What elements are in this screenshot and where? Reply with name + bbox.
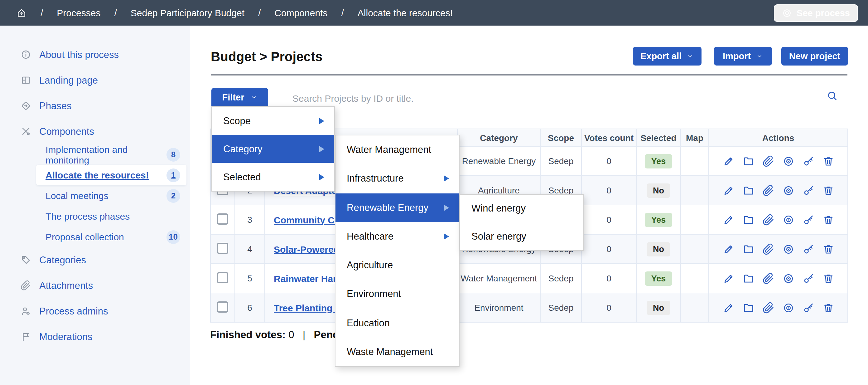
key-icon[interactable]: [802, 302, 814, 314]
export-all-button[interactable]: Export all: [633, 47, 702, 65]
subcategory-item-solar-energy[interactable]: Solar energy: [460, 223, 583, 250]
category-item-infrastructure[interactable]: Infrastructure: [336, 165, 459, 194]
project-map: [681, 146, 709, 176]
sidebar-item-about[interactable]: About this process: [0, 42, 190, 67]
paperclip-icon[interactable]: [762, 155, 774, 167]
category-item-education[interactable]: Education: [336, 308, 459, 337]
submenu-arrow-icon: [444, 176, 449, 182]
search-icon[interactable]: [826, 90, 838, 102]
preview-icon[interactable]: [782, 272, 794, 284]
sidebar-item-process-phases[interactable]: The process phases: [36, 206, 186, 227]
category-item-waste-management[interactable]: Waste Management: [336, 337, 459, 366]
key-icon[interactable]: [802, 155, 814, 167]
project-title-link[interactable]: Tree Planting fo: [274, 302, 344, 313]
project-title-link[interactable]: Rainwater Harv: [274, 273, 342, 284]
breadcrumb-processes[interactable]: Processes: [57, 7, 100, 18]
paperclip-icon[interactable]: [762, 302, 774, 314]
home-icon[interactable]: [16, 7, 27, 18]
breadcrumb-separator: /: [258, 7, 261, 18]
row-checkbox[interactable]: [217, 242, 228, 254]
category-item-agriculture[interactable]: Agriculture: [336, 251, 459, 280]
topbar: / Processes / Sedep Participatory Budget…: [0, 0, 868, 26]
breadcrumb-process-name[interactable]: Sedep Participatory Budget: [131, 7, 244, 18]
trash-icon[interactable]: [822, 214, 834, 226]
menu-item-label: Waste Management: [347, 346, 433, 358]
paperclip-icon[interactable]: [762, 184, 774, 196]
row-checkbox[interactable]: [217, 301, 228, 312]
pencil-icon[interactable]: [722, 243, 734, 255]
eye-icon: [782, 8, 792, 18]
sidebar-item-moderations[interactable]: Moderations: [0, 324, 190, 349]
sidebar-item-implementation-monitoring[interactable]: Implementation and monitoring 8: [36, 144, 186, 165]
sidebar-item-phases[interactable]: Phases: [0, 93, 190, 119]
preview-icon[interactable]: [782, 155, 794, 167]
filter-button[interactable]: Filter: [211, 88, 268, 106]
search-input[interactable]: [291, 90, 680, 106]
project-votes-count: 0: [582, 205, 637, 234]
flag-icon: [21, 331, 31, 342]
sidebar-item-landing-page[interactable]: Landing page: [0, 67, 190, 93]
preview-icon[interactable]: [782, 214, 794, 226]
sidebar-subitem-label: Implementation and monitoring: [45, 144, 166, 165]
sidebar-item-categories[interactable]: Categories: [0, 247, 190, 273]
menu-item-label: Environment: [347, 289, 401, 300]
paperclip-icon[interactable]: [762, 243, 774, 255]
filter-menu-item-scope[interactable]: Scope: [212, 107, 334, 135]
row-checkbox[interactable]: [217, 272, 228, 283]
category-item-healthcare[interactable]: Healthcare: [336, 222, 459, 251]
pencil-icon[interactable]: [722, 155, 734, 167]
selected-badge: No: [647, 183, 670, 198]
app-window: / Processes / Sedep Participatory Budget…: [0, 0, 868, 385]
menu-item-label: Infrastructure: [347, 173, 404, 184]
breadcrumb-current-component[interactable]: Allocate the resources!: [358, 7, 453, 18]
subcategory-item-wind-energy[interactable]: Wind energy: [460, 195, 583, 223]
menu-item-label: Healthcare: [347, 231, 394, 242]
sidebar-item-proposal-collection[interactable]: Proposal collection 10: [36, 227, 186, 247]
paperclip-icon[interactable]: [762, 272, 774, 284]
trash-icon[interactable]: [822, 184, 834, 196]
submenu-arrow-icon: [444, 233, 449, 240]
selected-badge: No: [647, 300, 670, 315]
trash-icon[interactable]: [822, 272, 834, 284]
row-checkbox[interactable]: [217, 213, 228, 224]
folder-icon[interactable]: [742, 184, 754, 196]
category-item-renewable-energy[interactable]: Renewable Energy: [336, 193, 459, 222]
sidebar-item-local-meetings[interactable]: Local meetings 2: [36, 185, 186, 206]
filter-menu-item-selected[interactable]: Selected: [212, 163, 334, 191]
paperclip-icon[interactable]: [762, 214, 774, 226]
trash-icon[interactable]: [822, 155, 834, 167]
pencil-icon[interactable]: [722, 302, 734, 314]
preview-icon[interactable]: [782, 243, 794, 255]
preview-icon[interactable]: [782, 184, 794, 196]
preview-icon[interactable]: [782, 302, 794, 314]
trash-icon[interactable]: [822, 243, 834, 255]
folder-icon[interactable]: [742, 214, 754, 226]
see-process-button[interactable]: See process: [774, 4, 858, 22]
folder-icon[interactable]: [742, 272, 754, 284]
filter-label: Filter: [222, 92, 244, 102]
key-icon[interactable]: [802, 214, 814, 226]
sidebar-item-components[interactable]: Components: [0, 119, 190, 144]
folder-icon[interactable]: [742, 155, 754, 167]
key-icon[interactable]: [802, 272, 814, 284]
sidebar-item-attachments[interactable]: Attachments: [0, 273, 190, 298]
category-item-water-management[interactable]: Water Management: [336, 136, 459, 165]
folder-icon[interactable]: [742, 302, 754, 314]
pencil-icon[interactable]: [722, 272, 734, 284]
new-project-button[interactable]: New project: [781, 47, 848, 65]
key-icon[interactable]: [802, 184, 814, 196]
filter-menu-item-category[interactable]: Category: [212, 135, 334, 163]
pencil-icon[interactable]: [722, 184, 734, 196]
trash-icon[interactable]: [822, 302, 834, 314]
pencil-icon[interactable]: [722, 214, 734, 226]
sidebar-item-allocate-resources[interactable]: Allocate the resources! 1: [36, 165, 186, 185]
sidebar-item-label: About this process: [39, 49, 119, 60]
key-icon[interactable]: [802, 243, 814, 255]
import-button[interactable]: Import: [714, 47, 772, 65]
menu-item-label: Solar energy: [471, 231, 526, 242]
breadcrumb-components[interactable]: Components: [274, 7, 328, 18]
folder-icon[interactable]: [742, 243, 754, 255]
breadcrumb-separator: /: [341, 7, 344, 18]
sidebar-item-process-admins[interactable]: Process admins: [0, 298, 190, 324]
category-item-environment[interactable]: Environment: [336, 280, 459, 309]
